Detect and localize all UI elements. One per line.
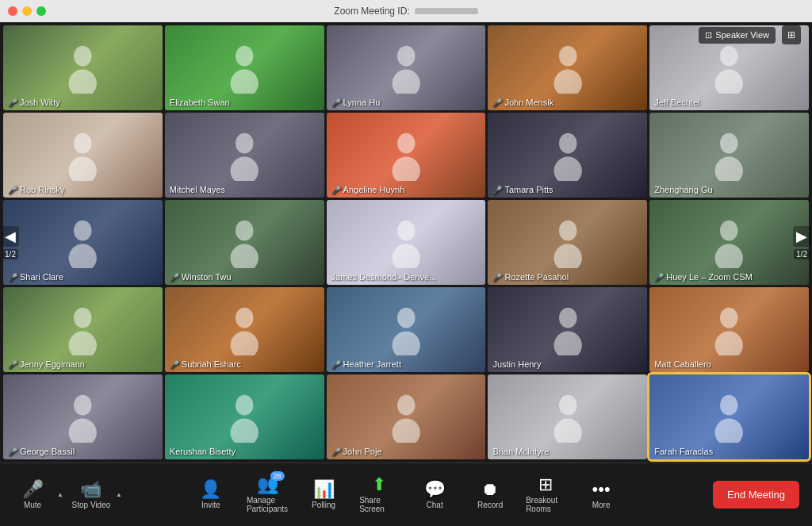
participant-name: 🎤Rozette Pasahol [492,272,569,282]
participant-name: Kerushan Bisetty [170,447,236,456]
video-cell[interactable]: 🎤Angeline Huynh [327,113,486,198]
meeting-title: Zoom Meeting ID: [334,6,477,17]
invite-icon: 👤 [200,481,221,498]
toolbar-right: End Meeting [713,481,799,509]
window-controls[interactable] [8,6,46,16]
toolbar-center: 👤 Invite 👥 28 Manage Participants 📊 Poll… [191,476,621,513]
video-cell[interactable]: 🎤John Poje [327,374,486,459]
video-cell[interactable]: 🎤Rozette Pasahol [488,200,647,285]
video-cell[interactable]: Brian McIntyre [488,374,647,459]
muted-icon: 🎤 [331,98,341,107]
video-cell[interactable]: Kerushan Bisetty [165,374,324,459]
prev-page-arrow[interactable]: ◀ [2,226,19,247]
svg-point-28 [720,221,737,241]
more-icon: ••• [592,481,611,498]
svg-point-39 [715,332,743,355]
page-indicator-right: 1/2 [794,249,810,259]
participant-name: Farah Faraclas [654,447,713,456]
muted-icon: 🎤 [170,273,179,282]
video-cell[interactable]: 🎤George Bassil [3,374,163,459]
close-button[interactable] [8,6,17,16]
record-button[interactable]: ⏺ Record [470,481,510,509]
svg-point-38 [720,308,737,328]
end-meeting-button[interactable]: End Meeting [713,481,799,509]
svg-point-25 [392,244,419,268]
stop-video-label: Stop Video [72,501,111,509]
video-cell[interactable]: 🎤Jenny Eggimann [3,287,163,372]
video-cell[interactable]: Mitchel Mayes [165,113,324,198]
participant-name: Justin Henry [492,359,541,369]
svg-point-1 [69,70,97,94]
page-right[interactable]: ▶ 1/2 [793,226,810,259]
speaker-view-button[interactable]: ⊡ Speaker View [699,27,776,44]
polling-button[interactable]: 📊 Polling [304,481,343,509]
svg-point-42 [236,395,253,416]
video-cell[interactable]: James Desmond– Denve... [327,200,486,285]
video-cell[interactable]: 🎤Lynna Hu [327,25,486,110]
manage-participants-button[interactable]: 👥 28 Manage Participants [247,476,288,513]
chat-button[interactable]: 💬 Chat [415,481,454,509]
svg-point-22 [236,221,253,241]
more-button[interactable]: ••• More [581,481,621,509]
svg-point-17 [553,157,581,181]
video-cell[interactable]: 🎤Rob Rinsky [3,113,163,198]
svg-point-3 [231,70,259,94]
muted-icon: 🎤 [8,360,17,369]
svg-point-36 [559,308,576,328]
minimize-button[interactable] [22,6,32,16]
video-icon: 📹 [80,481,102,498]
participant-name: Matt Caballero [654,359,711,369]
svg-point-11 [69,157,97,181]
video-grid-container: 🎤Josh Witty Elizabeth Swan 🎤Lynna Hu 🎤Jo… [0,22,812,463]
video-cell[interactable]: 🎤Shari Clare [3,200,163,285]
video-cell[interactable]: 🎤Winston Twu [165,200,324,285]
svg-point-0 [74,46,91,67]
svg-point-10 [74,133,91,154]
video-cell[interactable]: 🎤Heather Jarrett [327,287,486,372]
more-label: More [592,501,611,509]
svg-point-23 [231,244,259,268]
toolbar-left: 🎤 Mute ▲ 📹 Stop Video ▲ [13,481,122,509]
maximize-button[interactable] [36,6,46,16]
breakout-rooms-button[interactable]: ⊞ Breakout Rooms [526,476,565,513]
video-cell[interactable]: Farah Faraclas [649,374,809,459]
participant-name: 🎤John Poje [331,447,382,456]
grid-view-button[interactable]: ⊞ [782,25,801,44]
svg-point-4 [397,46,415,67]
muted-icon: 🎤 [492,98,502,107]
participant-name: 🎤Angeline Huynh [331,185,405,194]
share-screen-label: Share Screen [359,496,399,513]
invite-button[interactable]: 👤 Invite [191,481,231,509]
video-caret[interactable]: ▲ [116,491,122,498]
participant-name: 🎤Heather Jarrett [331,359,401,369]
participant-name: 🎤Shari Clare [8,272,63,282]
svg-point-30 [74,308,91,328]
stop-video-button[interactable]: 📹 Stop Video [71,481,111,509]
participant-name: 🎤John Mensik [492,98,553,107]
share-screen-icon: ⬆ [372,476,386,493]
video-cell[interactable]: Matt Caballero [649,287,809,372]
muted-icon: 🎤 [8,447,17,456]
share-screen-button[interactable]: ⬆ Share Screen [359,476,399,513]
video-cell[interactable]: Zhenghang Gu [649,113,809,198]
page-left[interactable]: ◀ 1/2 [2,226,19,259]
video-cell[interactable]: 🎤Tamara Pitts [488,113,647,198]
video-cell[interactable]: 🎤Subriah Esharc [165,287,324,372]
mute-caret[interactable]: ▲ [57,491,63,498]
next-page-arrow[interactable]: ▶ [793,226,810,247]
page-indicator-left: 1/2 [2,249,18,259]
svg-point-31 [69,332,97,355]
mute-button[interactable]: 🎤 Mute [13,481,52,509]
participant-name: 🎤Tamara Pitts [492,185,553,194]
svg-point-27 [553,244,581,268]
video-cell[interactable]: 🎤Josh Witty [3,25,163,110]
participant-name: 🎤Subriah Esharc [170,359,241,369]
video-cell[interactable]: 🎤John Mensik [488,25,647,110]
video-cell[interactable]: 🎤Huey Le – Zoom CSM [649,200,809,285]
video-cell[interactable]: Elizabeth Swan [165,25,324,110]
video-cell[interactable]: Justin Henry [488,287,647,372]
svg-point-19 [715,157,743,181]
participant-name: Zhenghang Gu [654,185,712,194]
record-icon: ⏺ [481,481,499,498]
participant-name: 🎤Jenny Eggimann [8,359,85,369]
